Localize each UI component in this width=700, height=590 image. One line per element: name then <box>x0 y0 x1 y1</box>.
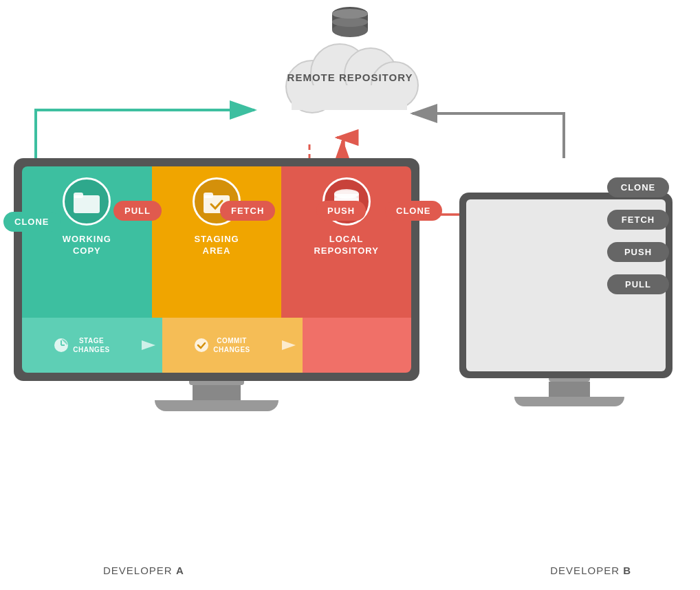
monitor-stand-a <box>14 381 419 411</box>
svg-point-9 <box>332 9 368 19</box>
commit-icon <box>194 338 209 353</box>
pill-b-clone: CLONE <box>607 177 669 197</box>
remote-repo-label: REMOTE REPOSITORY <box>287 72 413 83</box>
local-repo-strip <box>303 318 411 373</box>
svg-point-28 <box>195 338 208 352</box>
pill-clone-left: CLONE <box>3 212 61 232</box>
commit-changes-label: COMMITCHANGES <box>213 336 250 354</box>
pill-fetch: FETCH <box>220 201 275 221</box>
pill-clone-right: CLONE <box>385 201 442 221</box>
pill-b-push: PUSH <box>607 242 669 262</box>
pill-pull: PULL <box>113 201 162 221</box>
monitor-stand-b <box>459 378 679 406</box>
local-repo-section: LOCALREPOSITORY <box>281 166 411 318</box>
arrow-sa-lr <box>282 335 303 356</box>
diagram-container: REMOTE REPOSITORY WORKINGCOPY <box>0 0 700 590</box>
pill-b-pull: PULL <box>607 274 669 294</box>
svg-marker-27 <box>142 340 155 350</box>
svg-rect-16 <box>74 193 83 198</box>
remote-repository-area: REMOTE REPOSITORY <box>254 7 446 83</box>
pill-push: PUSH <box>316 201 366 221</box>
commit-changes-strip: COMMITCHANGES <box>162 318 282 373</box>
monitor-screen-a: WORKINGCOPY STAGINGAREA <box>14 158 419 381</box>
svg-rect-14 <box>292 85 407 110</box>
svg-point-23 <box>334 190 359 197</box>
developer-b-label: DEVELOPER B <box>550 565 631 576</box>
staging-area-section: STAGINGAREA <box>152 166 282 318</box>
arrow-wc-sa <box>142 335 162 356</box>
folder-icon-wc <box>74 190 100 213</box>
monitor-a: WORKINGCOPY STAGINGAREA <box>14 158 426 411</box>
pill-b-fetch: FETCH <box>607 210 669 230</box>
stage-icon <box>54 338 69 353</box>
svg-marker-29 <box>282 340 296 350</box>
developer-a-label: DEVELOPER A <box>103 565 184 576</box>
svg-rect-18 <box>204 193 213 198</box>
working-copy-label: WORKINGCOPY <box>63 234 111 257</box>
local-repo-label: LOCALREPOSITORY <box>314 234 379 257</box>
svg-point-8 <box>332 17 368 27</box>
working-copy-icon-circle <box>63 177 111 226</box>
database-icon <box>329 7 371 41</box>
stage-changes-strip: STAGECHANGES <box>22 318 142 373</box>
working-copy-section: WORKINGCOPY <box>22 166 152 318</box>
stage-changes-label: STAGECHANGES <box>73 336 110 354</box>
staging-area-label: STAGINGAREA <box>194 234 239 257</box>
